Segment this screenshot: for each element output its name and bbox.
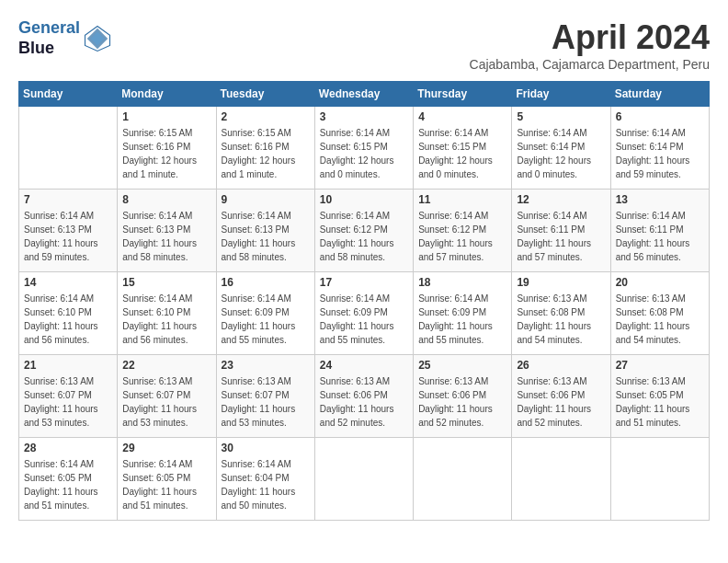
day-info: Sunrise: 6:14 AMSunset: 6:04 PMDaylight:… [222, 457, 310, 512]
calendar-cell [314, 438, 413, 521]
day-info: Sunrise: 6:13 AMSunset: 6:05 PMDaylight:… [616, 374, 704, 430]
day-number: 28 [24, 442, 112, 454]
calendar-cell: 11Sunrise: 6:14 AMSunset: 6:12 PMDayligh… [414, 190, 512, 272]
calendar-cell: 14Sunrise: 6:14 AMSunset: 6:10 PMDayligh… [19, 272, 118, 355]
calendar-cell: 1Sunrise: 6:15 AMSunset: 6:16 PMDaylight… [118, 107, 216, 190]
day-info: Sunrise: 6:14 AMSunset: 6:11 PMDaylight:… [517, 209, 605, 264]
logo-text: GeneralBlue [18, 18, 80, 58]
calendar-table: SundayMondayTuesdayWednesdayThursdayFrid… [18, 81, 710, 521]
calendar-cell: 13Sunrise: 6:14 AMSunset: 6:11 PMDayligh… [610, 190, 709, 272]
day-number: 17 [320, 276, 408, 289]
weekday-header-cell: Sunday [19, 82, 118, 107]
day-info: Sunrise: 6:14 AMSunset: 6:13 PMDaylight:… [222, 209, 310, 264]
day-number: 1 [122, 110, 210, 123]
day-info: Sunrise: 6:13 AMSunset: 6:06 PMDaylight:… [418, 374, 506, 430]
day-number: 24 [320, 359, 408, 372]
day-info: Sunrise: 6:13 AMSunset: 6:06 PMDaylight:… [517, 374, 605, 430]
calendar-cell [610, 438, 709, 521]
day-number: 23 [222, 359, 310, 372]
day-info: Sunrise: 6:14 AMSunset: 6:12 PMDaylight:… [320, 209, 408, 264]
day-info: Sunrise: 6:14 AMSunset: 6:13 PMDaylight:… [24, 209, 112, 264]
day-info: Sunrise: 6:13 AMSunset: 6:07 PMDaylight:… [122, 374, 210, 430]
calendar-cell: 7Sunrise: 6:14 AMSunset: 6:13 PMDaylight… [19, 190, 118, 272]
day-info: Sunrise: 6:15 AMSunset: 6:16 PMDaylight:… [222, 126, 310, 181]
day-number: 11 [418, 193, 506, 206]
calendar-cell: 19Sunrise: 6:13 AMSunset: 6:08 PMDayligh… [512, 272, 610, 355]
day-number: 30 [222, 442, 310, 454]
day-number: 21 [24, 359, 112, 372]
calendar-cell: 23Sunrise: 6:13 AMSunset: 6:07 PMDayligh… [216, 355, 314, 438]
day-info: Sunrise: 6:14 AMSunset: 6:12 PMDaylight:… [418, 209, 506, 264]
day-number: 2 [222, 110, 310, 123]
subtitle: Cajabamba, Cajamarca Department, Peru [470, 57, 710, 72]
weekday-header-cell: Tuesday [216, 82, 314, 107]
day-info: Sunrise: 6:14 AMSunset: 6:10 PMDaylight:… [24, 292, 112, 347]
title-area: April 2024 Cajabamba, Cajamarca Departme… [470, 18, 710, 72]
month-title: April 2024 [470, 18, 710, 57]
day-number: 5 [517, 110, 605, 123]
calendar-cell: 6Sunrise: 6:14 AMSunset: 6:14 PMDaylight… [610, 107, 709, 190]
calendar-cell: 2Sunrise: 6:15 AMSunset: 6:16 PMDaylight… [216, 107, 314, 190]
calendar-cell: 15Sunrise: 6:14 AMSunset: 6:10 PMDayligh… [118, 272, 216, 355]
calendar-cell: 16Sunrise: 6:14 AMSunset: 6:09 PMDayligh… [216, 272, 314, 355]
day-info: Sunrise: 6:14 AMSunset: 6:15 PMDaylight:… [320, 126, 408, 181]
calendar-cell: 18Sunrise: 6:14 AMSunset: 6:09 PMDayligh… [414, 272, 512, 355]
logo: GeneralBlue [18, 18, 111, 58]
day-info: Sunrise: 6:14 AMSunset: 6:05 PMDaylight:… [122, 457, 210, 512]
day-info: Sunrise: 6:14 AMSunset: 6:14 PMDaylight:… [517, 126, 605, 181]
calendar-cell: 9Sunrise: 6:14 AMSunset: 6:13 PMDaylight… [216, 190, 314, 272]
day-number: 7 [24, 193, 112, 206]
day-number: 10 [320, 193, 408, 206]
calendar-cell: 8Sunrise: 6:14 AMSunset: 6:13 PMDaylight… [118, 190, 216, 272]
calendar-cell [414, 438, 512, 521]
calendar-cell: 10Sunrise: 6:14 AMSunset: 6:12 PMDayligh… [314, 190, 413, 272]
day-number: 3 [320, 110, 408, 123]
day-number: 6 [616, 110, 704, 123]
day-number: 26 [517, 359, 605, 372]
day-number: 4 [418, 110, 506, 123]
calendar-week-row: 14Sunrise: 6:14 AMSunset: 6:10 PMDayligh… [19, 272, 710, 355]
day-number: 14 [24, 276, 112, 289]
day-number: 29 [122, 442, 210, 454]
day-number: 8 [122, 193, 210, 206]
calendar-cell: 26Sunrise: 6:13 AMSunset: 6:06 PMDayligh… [512, 355, 610, 438]
day-number: 15 [122, 276, 210, 289]
weekday-header-cell: Thursday [414, 82, 512, 107]
calendar-cell: 5Sunrise: 6:14 AMSunset: 6:14 PMDaylight… [512, 107, 610, 190]
calendar-week-row: 7Sunrise: 6:14 AMSunset: 6:13 PMDaylight… [19, 190, 710, 272]
calendar-week-row: 28Sunrise: 6:14 AMSunset: 6:05 PMDayligh… [19, 438, 710, 521]
day-number: 20 [616, 276, 704, 289]
day-info: Sunrise: 6:13 AMSunset: 6:08 PMDaylight:… [616, 292, 704, 347]
day-info: Sunrise: 6:14 AMSunset: 6:10 PMDaylight:… [122, 292, 210, 347]
calendar-cell: 27Sunrise: 6:13 AMSunset: 6:05 PMDayligh… [610, 355, 709, 438]
calendar-cell: 12Sunrise: 6:14 AMSunset: 6:11 PMDayligh… [512, 190, 610, 272]
day-number: 25 [418, 359, 506, 372]
day-info: Sunrise: 6:13 AMSunset: 6:08 PMDaylight:… [517, 292, 605, 347]
weekday-header-cell: Saturday [610, 82, 709, 107]
header: GeneralBlue April 2024 Cajabamba, Cajama… [18, 18, 710, 72]
day-info: Sunrise: 6:14 AMSunset: 6:11 PMDaylight:… [616, 209, 704, 264]
calendar-cell: 29Sunrise: 6:14 AMSunset: 6:05 PMDayligh… [118, 438, 216, 521]
calendar-cell [19, 107, 118, 190]
calendar-cell: 28Sunrise: 6:14 AMSunset: 6:05 PMDayligh… [19, 438, 118, 521]
day-info: Sunrise: 6:15 AMSunset: 6:16 PMDaylight:… [122, 126, 210, 181]
calendar-cell: 3Sunrise: 6:14 AMSunset: 6:15 PMDaylight… [314, 107, 413, 190]
calendar-cell [512, 438, 610, 521]
day-number: 19 [517, 276, 605, 289]
calendar-cell: 24Sunrise: 6:13 AMSunset: 6:06 PMDayligh… [314, 355, 413, 438]
calendar-cell: 17Sunrise: 6:14 AMSunset: 6:09 PMDayligh… [314, 272, 413, 355]
day-info: Sunrise: 6:14 AMSunset: 6:09 PMDaylight:… [222, 292, 310, 347]
day-info: Sunrise: 6:13 AMSunset: 6:07 PMDaylight:… [24, 374, 112, 430]
day-number: 18 [418, 276, 506, 289]
calendar-week-row: 21Sunrise: 6:13 AMSunset: 6:07 PMDayligh… [19, 355, 710, 438]
calendar-body: 1Sunrise: 6:15 AMSunset: 6:16 PMDaylight… [19, 107, 710, 521]
day-number: 16 [222, 276, 310, 289]
day-info: Sunrise: 6:14 AMSunset: 6:13 PMDaylight:… [122, 209, 210, 264]
logo-icon [84, 25, 111, 52]
day-info: Sunrise: 6:13 AMSunset: 6:06 PMDaylight:… [320, 374, 408, 430]
calendar-cell: 4Sunrise: 6:14 AMSunset: 6:15 PMDaylight… [414, 107, 512, 190]
day-number: 12 [517, 193, 605, 206]
calendar-week-row: 1Sunrise: 6:15 AMSunset: 6:16 PMDaylight… [19, 107, 710, 190]
calendar-cell: 20Sunrise: 6:13 AMSunset: 6:08 PMDayligh… [610, 272, 709, 355]
day-info: Sunrise: 6:14 AMSunset: 6:05 PMDaylight:… [24, 457, 112, 512]
